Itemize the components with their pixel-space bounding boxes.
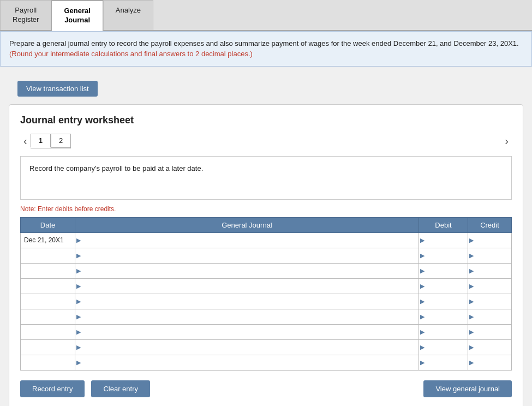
page-tab-1[interactable]: 1 — [31, 134, 51, 148]
gj-dropdown-arrow[interactable]: ▶ — [76, 237, 81, 244]
table-row: ▶▶▶ — [21, 355, 512, 370]
gj-cell[interactable]: ▶ — [75, 355, 419, 370]
debit-input[interactable] — [419, 279, 468, 294]
credit-arrow[interactable]: ▶ — [469, 344, 474, 351]
debit-cell[interactable]: ▶ — [419, 278, 468, 294]
debit-cell[interactable]: ▶ — [419, 339, 468, 355]
gj-cell[interactable]: ▶ — [75, 324, 419, 339]
credit-input[interactable] — [468, 309, 511, 324]
credit-cell[interactable]: ▶ — [468, 248, 512, 263]
date-cell — [21, 355, 75, 370]
credit-arrow[interactable]: ▶ — [469, 298, 474, 305]
tab-general-journal[interactable]: General Journal — [51, 0, 103, 31]
debit-input[interactable] — [419, 233, 468, 248]
worksheet-title: Journal entry worksheet — [20, 115, 512, 126]
credit-arrow[interactable]: ▶ — [469, 237, 474, 244]
gj-input[interactable] — [75, 279, 419, 294]
date-cell: Dec 21, 20X1 — [21, 232, 75, 248]
gj-cell[interactable]: ▶ — [75, 339, 419, 355]
debit-cell[interactable]: ▶ — [419, 248, 468, 263]
gj-cell[interactable]: ▶ — [75, 278, 419, 294]
debit-arrow[interactable]: ▶ — [420, 252, 425, 259]
debit-arrow[interactable]: ▶ — [420, 267, 425, 274]
gj-dropdown-arrow[interactable]: ▶ — [76, 283, 81, 290]
debit-arrow[interactable]: ▶ — [420, 313, 425, 320]
debit-cell[interactable]: ▶ — [419, 263, 468, 278]
debit-input[interactable] — [419, 294, 468, 309]
credit-arrow[interactable]: ▶ — [469, 313, 474, 320]
gj-input[interactable] — [75, 233, 419, 248]
gj-input[interactable] — [75, 264, 419, 278]
gj-input[interactable] — [75, 355, 419, 370]
gj-cell[interactable]: ▶ — [75, 248, 419, 263]
debit-arrow[interactable]: ▶ — [420, 359, 425, 366]
next-page-arrow[interactable]: › — [501, 134, 512, 148]
debit-input[interactable] — [419, 325, 468, 339]
debit-arrow[interactable]: ▶ — [420, 298, 425, 305]
credit-cell[interactable]: ▶ — [468, 324, 512, 339]
debit-arrow[interactable]: ▶ — [420, 329, 425, 336]
gj-input[interactable] — [75, 325, 419, 339]
gj-cell[interactable]: ▶ — [75, 263, 419, 278]
table-row: ▶▶▶ — [21, 324, 512, 339]
debit-input[interactable] — [419, 340, 468, 355]
debit-cell[interactable]: ▶ — [419, 324, 468, 339]
debit-input[interactable] — [419, 355, 468, 370]
col-header-date: Date — [21, 217, 75, 232]
debit-input[interactable] — [419, 309, 468, 324]
gj-input[interactable] — [75, 309, 419, 324]
tab-payroll-register[interactable]: Payroll Register — [0, 0, 51, 30]
credit-input[interactable] — [468, 340, 511, 355]
credit-cell[interactable]: ▶ — [468, 339, 512, 355]
credit-cell[interactable]: ▶ — [468, 232, 512, 248]
credit-arrow[interactable]: ▶ — [469, 359, 474, 366]
gj-input[interactable] — [75, 340, 419, 355]
gj-dropdown-arrow[interactable]: ▶ — [76, 344, 81, 351]
credit-cell[interactable]: ▶ — [468, 263, 512, 278]
credit-input[interactable] — [468, 355, 511, 370]
credit-arrow[interactable]: ▶ — [469, 283, 474, 290]
credit-arrow[interactable]: ▶ — [469, 329, 474, 336]
gj-dropdown-arrow[interactable]: ▶ — [76, 313, 81, 320]
credit-input[interactable] — [468, 248, 511, 263]
credit-arrow[interactable]: ▶ — [469, 252, 474, 259]
debit-input[interactable] — [419, 248, 468, 263]
debit-cell[interactable]: ▶ — [419, 232, 468, 248]
debit-input[interactable] — [419, 264, 468, 278]
credit-input[interactable] — [468, 279, 511, 294]
credit-input[interactable] — [468, 294, 511, 309]
view-general-journal-button[interactable]: View general journal — [423, 380, 512, 397]
credit-cell[interactable]: ▶ — [468, 294, 512, 309]
prev-page-arrow[interactable]: ‹ — [20, 134, 31, 148]
debit-arrow[interactable]: ▶ — [420, 344, 425, 351]
credit-input[interactable] — [468, 264, 511, 278]
credit-cell[interactable]: ▶ — [468, 278, 512, 294]
view-transaction-button[interactable]: View transaction list — [17, 81, 98, 97]
gj-dropdown-arrow[interactable]: ▶ — [76, 329, 81, 336]
gj-dropdown-arrow[interactable]: ▶ — [76, 298, 81, 305]
gj-cell[interactable]: ▶ — [75, 309, 419, 324]
gj-input[interactable] — [75, 248, 419, 263]
record-entry-button[interactable]: Record entry — [20, 380, 85, 397]
gj-dropdown-arrow[interactable]: ▶ — [76, 252, 81, 259]
gj-input[interactable] — [75, 294, 419, 309]
gj-dropdown-arrow[interactable]: ▶ — [76, 267, 81, 274]
credit-cell[interactable]: ▶ — [468, 309, 512, 324]
debit-cell[interactable]: ▶ — [419, 309, 468, 324]
debit-cell[interactable]: ▶ — [419, 355, 468, 370]
gj-cell[interactable]: ▶ — [75, 232, 419, 248]
page-tab-2[interactable]: 2 — [51, 134, 71, 148]
date-cell — [21, 309, 75, 324]
credit-input[interactable] — [468, 233, 511, 248]
credit-arrow[interactable]: ▶ — [469, 267, 474, 274]
page-tabs-wrap: 1 2 — [31, 134, 71, 148]
tab-analyze[interactable]: Analyze — [103, 0, 153, 30]
clear-entry-button[interactable]: Clear entry — [91, 380, 150, 397]
debit-arrow[interactable]: ▶ — [420, 283, 425, 290]
credit-cell[interactable]: ▶ — [468, 355, 512, 370]
gj-cell[interactable]: ▶ — [75, 294, 419, 309]
gj-dropdown-arrow[interactable]: ▶ — [76, 359, 81, 366]
debit-cell[interactable]: ▶ — [419, 294, 468, 309]
credit-input[interactable] — [468, 325, 511, 339]
debit-arrow[interactable]: ▶ — [420, 237, 425, 244]
